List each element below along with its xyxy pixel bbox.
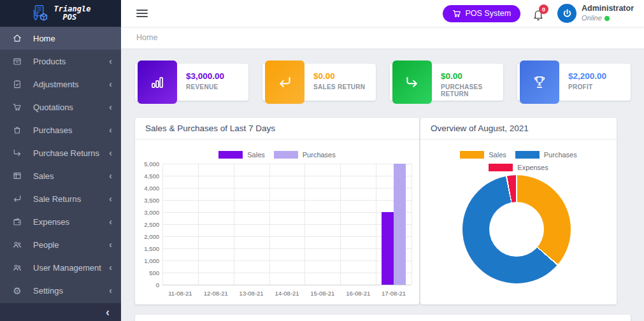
donut-hole xyxy=(489,202,544,257)
stat-label: PROFIT xyxy=(568,83,606,90)
sidebar-item-purchases[interactable]: Purchases‹ xyxy=(0,118,121,141)
legend-item[interactable]: Purchases xyxy=(515,151,577,159)
sales-icon xyxy=(11,170,23,182)
notification-badge: 0 xyxy=(539,4,548,14)
chevron-left-icon: ‹ xyxy=(109,125,112,135)
expenses-icon xyxy=(11,216,23,227)
stat-card-sales-return: $0.00SALES RETURN xyxy=(262,64,376,101)
purchases-icon xyxy=(11,124,23,136)
sidebar-item-label: Sale Returns xyxy=(33,194,109,204)
dashboard-screen: Triangle POS HomeProducts‹Adjustments‹Qu… xyxy=(0,0,644,321)
legend-swatch xyxy=(274,151,298,159)
stat-value: $0.00 xyxy=(441,71,503,81)
stat-value: $2,200.00 xyxy=(568,71,606,81)
bar-sales-17-08-21[interactable] xyxy=(382,212,394,285)
y-axis-tick: 4,500 xyxy=(135,173,159,180)
sidebar-item-people[interactable]: People‹ xyxy=(0,233,121,256)
y-axis-tick: 2,500 xyxy=(135,221,159,228)
sidebar-item-label: Quotations xyxy=(33,103,109,112)
legend-item[interactable]: Sales xyxy=(218,151,265,159)
sidebar-item-label: Adjustments xyxy=(33,80,109,89)
sidebar-item-products[interactable]: Products‹ xyxy=(0,50,121,73)
bar-chart-legend: SalesPurchases xyxy=(135,151,419,159)
sidebar-item-expenses[interactable]: Expenses‹ xyxy=(0,210,121,233)
sidebar-item-purchase-returns[interactable]: Purchase Returns‹ xyxy=(0,141,121,164)
sidebar-collapse-icon[interactable]: ‹ xyxy=(106,306,110,318)
main-content: $3,000.00REVENUE$0.00SALES RETURN$0.00PU… xyxy=(121,49,644,321)
stat-value: $3,000.00 xyxy=(186,71,224,81)
chevron-left-icon: ‹ xyxy=(109,102,112,112)
stat-label: PURCHASES RETURN xyxy=(441,83,503,97)
y-axis-tick: 4,000 xyxy=(135,185,159,192)
legend-item[interactable]: Expenses xyxy=(489,164,548,171)
y-axis-tick: 0 xyxy=(135,282,159,289)
sidebar-item-user-management[interactable]: User Management‹ xyxy=(0,256,121,279)
adjustments-icon xyxy=(11,78,23,90)
sidebar-item-label: Products xyxy=(33,57,109,66)
bar-chart: SalesPurchases05001,0001,5002,0002,5003,… xyxy=(135,139,419,304)
y-axis-tick: 3,500 xyxy=(135,197,159,204)
chevron-left-icon: ‹ xyxy=(109,239,112,250)
sidebar-item-label: Purchase Returns xyxy=(33,148,109,158)
sidebar-footer: ‹ xyxy=(0,303,121,321)
sidebar: Triangle POS HomeProducts‹Adjustments‹Qu… xyxy=(0,0,121,321)
sales-purchases-panel: Sales & Purchases of Last 7 Days SalesPu… xyxy=(135,118,419,304)
chevron-left-icon: ‹ xyxy=(109,79,112,89)
home-icon xyxy=(11,32,23,44)
chevron-left-icon: ‹ xyxy=(109,285,112,296)
legend-item[interactable]: Purchases xyxy=(274,151,336,159)
sidebar-item-label: People xyxy=(33,240,109,250)
logo-text: Triangle POS xyxy=(54,5,91,21)
bar-purchases-17-08-21[interactable] xyxy=(394,164,406,285)
y-axis-tick: 2,000 xyxy=(135,233,159,240)
power-icon[interactable] xyxy=(557,4,576,23)
sidebar-item-adjustments[interactable]: Adjustments‹ xyxy=(0,73,121,96)
cart-icon xyxy=(452,9,461,18)
sidebar-item-settings[interactable]: ⚙Settings‹ xyxy=(0,279,121,302)
chevron-left-icon: ‹ xyxy=(109,217,112,227)
sidebar-item-quotations[interactable]: Quotations‹ xyxy=(0,96,121,118)
bar-chart-title: Sales & Purchases of Last 7 Days xyxy=(145,124,275,133)
chevron-left-icon: ‹ xyxy=(109,194,112,204)
stat-label: SALES RETURN xyxy=(313,83,365,90)
y-axis-tick: 1,000 xyxy=(135,257,159,264)
user-status: Online xyxy=(582,14,634,23)
stat-card-purchases-return: $0.00PURCHASES RETURN xyxy=(390,64,503,101)
breadcrumb[interactable]: Home xyxy=(136,33,157,42)
x-axis-line xyxy=(162,285,411,285)
donut-chart: SalesPurchasesExpenses xyxy=(420,139,617,304)
x-axis-tick: 17-08-21 xyxy=(376,290,411,297)
hamburger-menu-icon[interactable] xyxy=(136,8,148,19)
chevron-left-icon: ‹ xyxy=(109,171,112,181)
pos-system-button[interactable]: POS System xyxy=(443,5,521,22)
chart-bars-icon xyxy=(138,61,177,104)
corner-down-right-icon xyxy=(392,61,432,104)
products-icon xyxy=(11,55,23,67)
sidebar-item-home[interactable]: Home xyxy=(0,27,121,50)
donut-chart-legend: SalesPurchases xyxy=(420,151,617,159)
x-axis-tick: 15-08-21 xyxy=(304,290,340,297)
y-axis-tick: 500 xyxy=(135,269,159,276)
sidebar-item-sale-returns[interactable]: Sale Returns‹ xyxy=(0,187,121,210)
chevron-left-icon: ‹ xyxy=(109,148,112,158)
breadcrumb-bar: Home xyxy=(121,27,644,49)
corner-down-left-icon xyxy=(265,61,304,104)
chevron-left-icon: ‹ xyxy=(109,262,112,273)
sidebar-logo[interactable]: Triangle POS xyxy=(0,0,121,27)
notifications-button[interactable]: 0 xyxy=(532,6,546,21)
sidebar-item-label: User Management xyxy=(33,263,109,273)
x-axis-tick: 14-08-21 xyxy=(269,290,305,297)
stat-cards-row: $3,000.00REVENUE$0.00SALES RETURN$0.00PU… xyxy=(135,64,631,101)
logo-icon xyxy=(31,4,50,23)
chevron-left-icon: ‹ xyxy=(109,56,112,66)
y-axis-tick: 3,000 xyxy=(135,209,159,216)
legend-item[interactable]: Sales xyxy=(460,151,506,159)
sidebar-item-sales[interactable]: Sales‹ xyxy=(0,164,121,187)
donut-chart-title: Overview of August, 2021 xyxy=(431,124,529,133)
settings-icon: ⚙ xyxy=(11,285,23,296)
quotations-icon xyxy=(11,101,23,113)
online-status-dot xyxy=(605,16,610,21)
sidebar-item-label: Home xyxy=(33,34,112,43)
sidebar-menu: HomeProducts‹Adjustments‹Quotations‹Purc… xyxy=(0,27,121,303)
user-menu[interactable]: Administrator Online xyxy=(557,4,634,23)
